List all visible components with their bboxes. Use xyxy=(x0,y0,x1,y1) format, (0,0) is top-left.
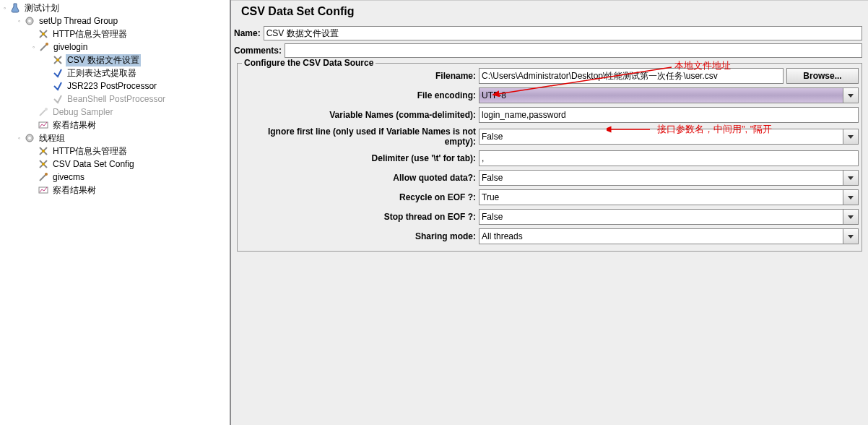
encoding-label: File encoding: xyxy=(240,90,479,100)
varnames-label: Variable Names (comma-delimited): xyxy=(240,110,479,120)
sampler-icon xyxy=(38,41,50,53)
ignore-first-label: Ignore first line (only used if Variable… xyxy=(240,126,479,147)
tree-node-csv-data-set[interactable]: CSV 数据文件设置 xyxy=(0,53,230,66)
ignore-first-select[interactable]: False xyxy=(479,129,859,145)
sampler-icon xyxy=(38,171,49,183)
collapse-toggle-icon[interactable]: ◦ xyxy=(16,18,22,25)
tree-label: HTTP信息头管理器 xyxy=(51,28,129,40)
test-plan-tree[interactable]: ◦ 测试计划 ◦ setUp Thread Group HTTP信息头管理器 ◦… xyxy=(0,0,231,425)
sharing-mode-label: Sharing mode: xyxy=(240,231,479,241)
tree-node-http-header-manager[interactable]: HTTP信息头管理器 xyxy=(0,27,230,40)
tree-node-givecms[interactable]: givecms xyxy=(0,171,230,184)
postprocessor-icon xyxy=(52,80,64,92)
gear-icon xyxy=(24,15,35,27)
config-icon xyxy=(38,145,49,157)
config-icon xyxy=(38,28,49,40)
collapse-toggle-icon[interactable]: ◦ xyxy=(30,44,37,51)
tree-label: setUp Thread Group xyxy=(38,16,119,26)
tree-label: 察看结果树 xyxy=(51,119,97,132)
tree-node-setup-thread-group[interactable]: ◦ setUp Thread Group xyxy=(0,14,230,27)
quoted-label: Allow quoted data?: xyxy=(240,173,479,183)
collapse-toggle-icon[interactable]: ◦ xyxy=(1,5,8,12)
tree-label: 察看结果树 xyxy=(51,184,97,197)
tree-label: 线程组 xyxy=(38,132,66,145)
csv-source-fieldset: Configure the CSV Data Source Filename: … xyxy=(237,63,862,252)
tree-label: 测试计划 xyxy=(23,2,61,14)
tree-label: CSV 数据文件设置 xyxy=(66,54,141,66)
svg-point-10 xyxy=(42,163,45,166)
delimiter-input[interactable] xyxy=(479,150,859,166)
svg-point-4 xyxy=(56,59,59,61)
tree-node-debug-sampler[interactable]: Debug Sampler xyxy=(0,106,230,119)
tree-node-view-results-tree-2[interactable]: 察看结果树 xyxy=(0,184,230,197)
comments-label: Comments: xyxy=(234,46,285,56)
postprocessor-icon xyxy=(52,67,64,79)
tree-label: HTTP信息头管理器 xyxy=(51,145,129,158)
config-icon xyxy=(38,158,49,170)
tree-node-view-results-tree[interactable]: 察看结果树 xyxy=(0,119,230,132)
tree-label: CSV Data Set Config xyxy=(51,159,136,169)
tree-label: BeanShell PostProcessor xyxy=(66,94,167,104)
tree-node-test-plan[interactable]: ◦ 测试计划 xyxy=(0,1,230,14)
svg-point-11 xyxy=(45,173,48,176)
tree-node-thread-group[interactable]: ◦ 线程组 xyxy=(0,132,230,145)
tree-label: 正则表达式提取器 xyxy=(66,67,138,80)
dropdown-icon[interactable] xyxy=(843,87,859,103)
gear-icon xyxy=(24,132,35,144)
stop-thread-label: Stop thread on EOF ?: xyxy=(240,212,479,222)
dropdown-icon[interactable] xyxy=(843,228,859,244)
tree-label: JSR223 PostProcessor xyxy=(66,81,158,91)
stop-thread-select[interactable]: False xyxy=(479,209,859,225)
svg-point-5 xyxy=(45,108,48,111)
dropdown-icon[interactable] xyxy=(843,129,859,145)
collapse-toggle-icon[interactable]: ◦ xyxy=(16,135,22,142)
fieldset-legend: Configure the CSV Data Source xyxy=(242,58,376,68)
listener-icon xyxy=(38,119,49,131)
flask-icon xyxy=(9,2,21,14)
svg-point-9 xyxy=(42,150,45,153)
postprocessor-icon xyxy=(52,93,64,105)
panel-title: CSV Data Set Config xyxy=(241,5,858,18)
filename-label: Filename: xyxy=(240,71,479,81)
tree-label: Debug Sampler xyxy=(51,107,114,117)
tree-node-regex-extractor[interactable]: 正则表达式提取器 xyxy=(0,66,230,80)
tree-node-beanshell[interactable]: BeanShell PostProcessor xyxy=(0,93,230,106)
delimiter-label: Delimiter (use '\t' for tab): xyxy=(240,153,479,163)
quoted-select[interactable]: False xyxy=(479,170,859,186)
tree-label: givelogin xyxy=(52,42,89,52)
tree-node-givelogin[interactable]: ◦ givelogin xyxy=(0,40,230,53)
filename-input[interactable] xyxy=(479,68,784,84)
svg-point-2 xyxy=(42,33,45,35)
svg-point-3 xyxy=(45,43,48,46)
config-icon xyxy=(52,54,64,66)
varnames-input[interactable] xyxy=(479,107,859,123)
tree-node-jsr223[interactable]: JSR223 PostProcessor xyxy=(0,80,230,93)
encoding-select[interactable]: UTF-8 xyxy=(479,87,859,103)
sharing-mode-select[interactable]: All threads xyxy=(479,228,859,244)
recycle-label: Recycle on EOF ?: xyxy=(240,192,479,202)
tree-label: givecms xyxy=(51,172,86,182)
tree-node-csv-config[interactable]: CSV Data Set Config xyxy=(0,158,230,171)
comments-input[interactable] xyxy=(285,43,862,58)
svg-point-8 xyxy=(28,137,31,139)
tree-node-http-header-manager-2[interactable]: HTTP信息头管理器 xyxy=(0,145,230,158)
dropdown-icon[interactable] xyxy=(843,209,859,225)
dropdown-icon[interactable] xyxy=(843,189,859,205)
svg-point-1 xyxy=(28,20,31,22)
config-panel: CSV Data Set Config Name: Comments: Conf… xyxy=(231,0,868,425)
recycle-select[interactable]: True xyxy=(479,189,859,205)
browse-button[interactable]: Browse... xyxy=(786,68,859,84)
listener-icon xyxy=(38,184,49,196)
sampler-icon xyxy=(38,106,49,118)
name-label: Name: xyxy=(234,28,264,38)
dropdown-icon[interactable] xyxy=(843,170,859,186)
name-input[interactable] xyxy=(264,26,862,40)
